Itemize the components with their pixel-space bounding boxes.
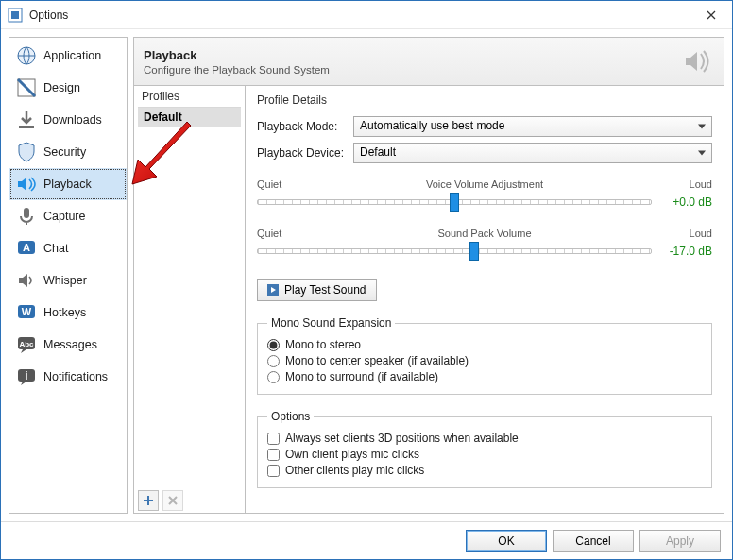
ok-button[interactable]: OK [466,530,547,552]
shield-icon [15,141,38,163]
checkbox-input[interactable] [267,433,280,445]
messages-icon: Abc [15,333,38,356]
main-panel: Playback Configure the Playback Sound Sy… [133,37,724,514]
radio-label: Mono to center speaker (if available) [285,354,469,367]
loud-label-2: Loud [656,228,712,239]
svg-text:i: i [25,369,27,382]
close-button[interactable] [690,1,732,29]
sidebar-item-downloads[interactable]: Downloads [9,104,127,136]
dialog-footer: OK Cancel Apply [1,521,732,559]
loud-label: Loud [656,178,712,190]
sidebar-item-label: Design [43,81,80,94]
radio-input[interactable] [267,339,280,351]
design-icon [15,76,38,99]
sidebar-item-label: Capture [43,210,85,223]
voice-volume-slider[interactable] [257,192,652,212]
sound-pack-block: Quiet Sound Pack Volume Loud -17.0 dB [257,228,712,262]
checkbox-label: Other clients play mic clicks [285,464,424,477]
checkbox-label: Own client plays mic clicks [285,448,419,461]
profile-details: Profile Details Playback Mode: Automatic… [246,86,724,513]
hotkey-w-icon: W [15,301,38,324]
mono-legend: Mono Sound Expansion [267,316,395,330]
svg-text:A: A [23,242,30,253]
speaker-icon [680,44,714,78]
checkbox-input[interactable] [267,465,280,477]
svg-text:Abc: Abc [19,340,34,348]
section-title: Playback [144,48,671,62]
sidebar-item-label: Security [43,145,86,159]
svg-rect-5 [24,208,29,218]
sidebar-item-label: Notifications [43,370,108,383]
sidebar-item-notifications[interactable]: iNotifications [9,361,127,393]
profiles-list[interactable]: Default [138,107,241,484]
sidebar-item-label: Chat [43,242,68,255]
sidebar-item-label: Application [43,49,101,62]
play-test-sound-button[interactable]: Play Test Sound [257,279,377,301]
mic-icon [15,205,38,228]
whisper-icon [15,269,38,292]
options-group: Options Always set clients 3D positions … [257,410,712,488]
sidebar-item-chat[interactable]: AChat [9,232,127,264]
sidebar-item-security[interactable]: Security [9,136,127,168]
sidebar-item-label: Hotkeys [43,306,86,319]
sidebar-item-label: Whisper [43,274,87,287]
window-title: Options [29,8,690,22]
options-window: Options ApplicationDesignDownloadsSecuri… [0,0,733,560]
titlebar: Options [1,1,732,29]
quiet-label: Quiet [257,178,314,190]
svg-rect-1 [11,11,19,19]
body: ApplicationDesignDownloadsSecurityPlayba… [1,29,732,521]
mono-option[interactable]: Mono to stereo [267,338,702,351]
category-sidebar: ApplicationDesignDownloadsSecurityPlayba… [9,37,128,514]
radio-input[interactable] [267,355,280,367]
radio-label: Mono to stereo [285,338,361,351]
apply-button: Apply [639,530,721,552]
voice-volume-db: +0.0 dB [663,195,712,209]
mono-option[interactable]: Mono to surround (if available) [267,370,702,383]
content-columns: Profiles Default Profile Details [133,86,724,514]
sound-pack-db: -17.0 dB [663,245,712,258]
option-check[interactable]: Own client plays mic clicks [267,448,702,461]
playback-device-label: Playback Device: [257,146,346,160]
globe-icon [15,44,38,67]
radio-input[interactable] [267,371,280,383]
svg-text:W: W [22,306,32,317]
chat-a-icon: A [15,237,38,260]
section-subtitle: Configure the Playback Sound System [144,64,671,76]
sidebar-item-messages[interactable]: AbcMessages [9,329,127,361]
sidebar-item-label: Playback [43,178,92,191]
voice-volume-block: Quiet Voice Volume Adjustment Loud +0.0 … [257,178,712,212]
notify-icon: i [15,365,38,388]
profiles-column: Profiles Default [134,86,246,513]
playback-device-select[interactable]: Default [353,143,712,163]
options-legend: Options [267,410,314,423]
mono-expansion-group: Mono Sound Expansion Mono to stereoMono … [257,316,712,395]
radio-label: Mono to surround (if available) [285,370,438,383]
cancel-button[interactable]: Cancel [553,530,634,552]
svg-rect-4 [19,126,34,128]
playback-mode-select[interactable]: Automatically use best mode [353,116,712,137]
add-profile-button[interactable] [138,490,159,511]
checkbox-input[interactable] [267,449,280,461]
sidebar-item-label: Downloads [43,113,102,127]
quiet-label-2: Quiet [257,228,314,239]
sidebar-item-hotkeys[interactable]: WHotkeys [9,297,127,329]
sidebar-item-capture[interactable]: Capture [9,200,127,232]
sidebar-item-whisper[interactable]: Whisper [9,264,127,297]
details-title: Profile Details [257,90,712,110]
play-test-label: Play Test Sound [284,283,366,297]
sidebar-item-playback[interactable]: Playback [9,168,127,200]
checkbox-label: Always set clients 3D positions when ava… [285,432,519,445]
delete-profile-button [162,490,183,511]
section-header: Playback Configure the Playback Sound Sy… [133,37,724,86]
sound-pack-label: Sound Pack Volume [314,228,656,239]
sidebar-item-design[interactable]: Design [9,72,127,104]
sound-pack-slider[interactable] [257,241,652,262]
profiles-title: Profiles [134,86,245,107]
option-check[interactable]: Always set clients 3D positions when ava… [267,432,702,445]
sidebar-item-application[interactable]: Application [9,40,127,72]
speaker-icon [15,173,38,195]
option-check[interactable]: Other clients play mic clicks [267,464,702,477]
profile-item[interactable]: Default [138,108,241,127]
mono-option[interactable]: Mono to center speaker (if available) [267,354,702,367]
